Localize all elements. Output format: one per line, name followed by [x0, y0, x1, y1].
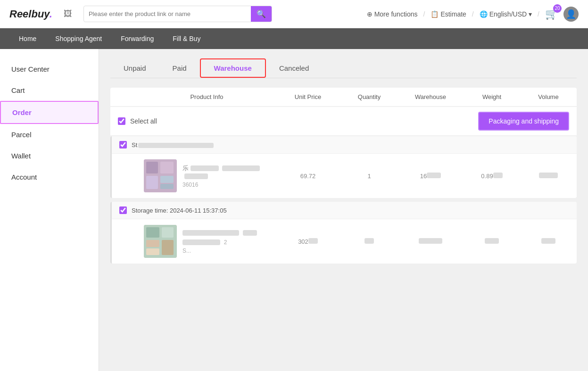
svg-rect-9: [146, 240, 159, 247]
header: Reelbuy. 🖼 🔍 ⊕ More functions / 📋 Estima…: [0, 0, 588, 28]
sidebar-item-wallet[interactable]: Wallet: [0, 145, 99, 166]
order-group-1-header: St: [112, 136, 577, 154]
order-2-product-info: 2 S...: [140, 225, 275, 258]
sidebar-item-order[interactable]: Order: [0, 101, 99, 124]
language-label: English/USD: [489, 10, 527, 18]
select-all-checkbox[interactable]: [118, 117, 125, 125]
search-bar: 🔍: [83, 6, 272, 22]
order-1-unit-price: 69.72: [275, 173, 341, 180]
main-layout: User Center Cart Order Parcel Wallet Acc…: [0, 49, 588, 371]
logo[interactable]: Reelbuy.: [9, 8, 52, 20]
order-2-volume: [520, 238, 577, 245]
svg-rect-8: [162, 227, 174, 238]
order-2-group-checkbox[interactable]: [119, 206, 127, 214]
sidebar-item-cart[interactable]: Cart: [0, 80, 99, 101]
svg-rect-11: [162, 240, 174, 255]
order-tabs: Unpaid Paid Warehouse Canceled: [110, 58, 577, 78]
order-2-warehouse: [398, 238, 464, 245]
order-1-product-info: 乐 36016: [140, 159, 275, 192]
search-input[interactable]: [84, 8, 251, 20]
col-quantity: Quantity: [341, 93, 398, 100]
search-button[interactable]: 🔍: [251, 6, 272, 22]
svg-rect-3: [146, 176, 158, 189]
sidebar: User Center Cart Order Parcel Wallet Acc…: [0, 49, 99, 371]
order-1-group-checkbox-cell: [119, 141, 127, 148]
order-group-1: St: [110, 136, 577, 198]
language-button[interactable]: 🌐 English/USD ▾: [480, 10, 532, 18]
content-area: Unpaid Paid Warehouse Canceled Product I…: [99, 49, 588, 371]
order-1-weight: 0.89: [464, 173, 520, 180]
svg-rect-4: [160, 176, 174, 183]
nav-forwarding[interactable]: Forwarding: [111, 28, 163, 49]
order-2-product-desc: 2 S...: [182, 229, 257, 254]
order-1-code: St: [132, 141, 214, 148]
sidebar-item-parcel[interactable]: Parcel: [0, 124, 99, 145]
nav-fill-buy[interactable]: Fill & Buy: [163, 28, 210, 49]
svg-rect-7: [146, 227, 159, 238]
nav-home[interactable]: Home: [9, 28, 46, 49]
divider-1: /: [423, 10, 425, 18]
cart-badge: 20: [553, 4, 562, 13]
order-2-unit-price: 302: [275, 238, 341, 245]
sidebar-item-user-center[interactable]: User Center: [0, 58, 99, 80]
order-2-group-checkbox-cell: [119, 206, 127, 214]
divider-2: /: [472, 10, 474, 18]
col-checkbox: [110, 93, 139, 100]
header-right: ⊕ More functions / 📋 Estimate / 🌐 Englis…: [367, 7, 579, 22]
col-volume: Volume: [520, 93, 577, 100]
svg-rect-2: [160, 162, 174, 173]
estimate-icon: 📋: [431, 10, 439, 18]
select-all-label[interactable]: Select all: [130, 117, 157, 125]
order-1-volume: [520, 173, 577, 180]
estimate-label: Estimate: [440, 10, 466, 18]
order-2-weight: [464, 238, 520, 245]
nav-shopping-agent[interactable]: Shopping Agent: [46, 28, 111, 49]
order-group-2-header: Storage time: 2024-06-11 15:37:05: [112, 202, 577, 219]
tab-unpaid[interactable]: Unpaid: [110, 58, 159, 78]
estimate-button[interactable]: 📋 Estimate: [431, 10, 466, 18]
table-header: Product Info Unit Price Quantity Warehou…: [110, 88, 577, 106]
more-functions-label: More functions: [374, 10, 418, 18]
order-2-thumbnail: [144, 225, 177, 258]
lang-icon: 🌐: [480, 10, 488, 18]
cart-icon-button[interactable]: 🛒 20: [545, 8, 558, 20]
order-1-product-row: 乐 36016 69.72 1 16: [112, 154, 577, 198]
select-all-checkbox-cell: [118, 117, 125, 125]
order-1-warehouse: 16: [398, 173, 464, 180]
order-2-quantity: [341, 238, 398, 245]
divider-3: /: [538, 10, 539, 18]
order-2-storage-time: Storage time: 2024-06-11 15:37:05: [132, 207, 227, 214]
order-1-product-desc: 乐 36016: [182, 164, 275, 188]
order-2-product-id: S...: [182, 247, 257, 254]
sidebar-item-account[interactable]: Account: [0, 166, 99, 188]
order-1-thumbnail: [144, 159, 177, 192]
col-product-info: Product Info: [139, 93, 275, 100]
svg-rect-10: [146, 248, 159, 255]
tab-canceled[interactable]: Canceled: [266, 58, 322, 78]
order-1-group-checkbox[interactable]: [119, 141, 127, 148]
tab-paid[interactable]: Paid: [159, 58, 200, 78]
svg-rect-5: [160, 184, 174, 189]
packaging-shipping-button[interactable]: Packaging and shipping: [478, 112, 569, 131]
order-1-quantity: 1: [341, 173, 398, 180]
col-weight: Weight: [464, 93, 520, 100]
more-functions-button[interactable]: ⊕ More functions: [367, 10, 418, 18]
chevron-down-icon: ▾: [529, 10, 532, 18]
image-search-icon[interactable]: 🖼: [60, 7, 76, 21]
order-1-product-id: 36016: [182, 181, 275, 188]
tab-warehouse[interactable]: Warehouse: [200, 58, 266, 78]
select-all-row: Select all Packaging and shipping: [110, 107, 577, 135]
col-warehouse: Warehouse: [398, 93, 464, 100]
order-group-2: Storage time: 2024-06-11 15:37:05: [110, 202, 577, 264]
col-unit-price: Unit Price: [275, 93, 341, 100]
more-icon: ⊕: [367, 10, 373, 18]
svg-rect-1: [146, 162, 158, 173]
avatar[interactable]: 👤: [563, 7, 579, 22]
nav-bar: Home Shopping Agent Forwarding Fill & Bu…: [0, 28, 588, 49]
order-2-product-row: 2 S... 302: [112, 219, 577, 264]
